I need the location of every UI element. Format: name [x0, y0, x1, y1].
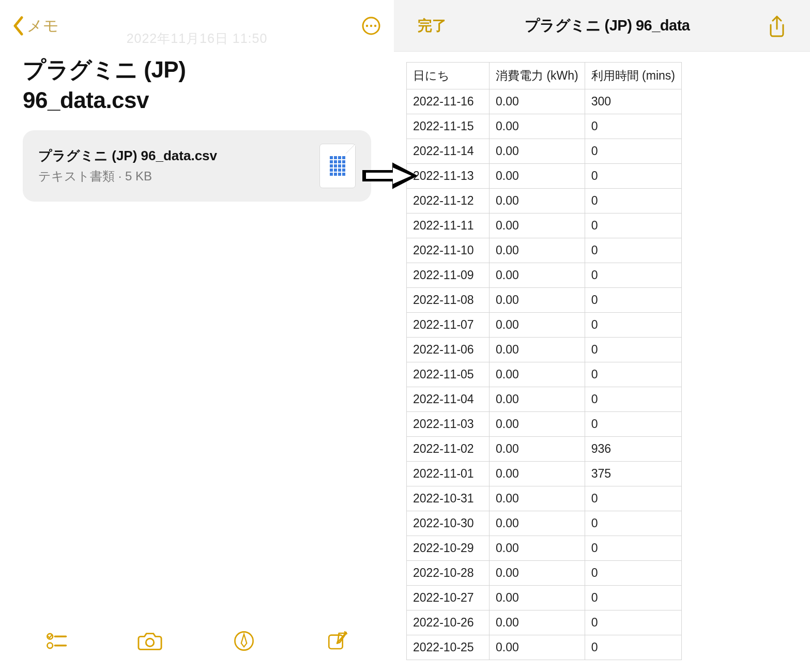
table-cell: 0: [585, 387, 681, 412]
compose-icon: [326, 630, 349, 652]
share-icon: [768, 16, 786, 38]
table-cell: 0: [585, 610, 681, 635]
table-cell: 2022-11-10: [407, 238, 490, 263]
table-cell: 936: [585, 437, 681, 462]
arrow-icon: [362, 160, 419, 191]
table-cell: 2022-11-13: [407, 164, 490, 189]
csv-file-icon: [319, 144, 356, 188]
table-cell: 0: [585, 362, 681, 387]
table-cell: 2022-10-28: [407, 561, 490, 586]
table-cell: 0.00: [490, 635, 585, 660]
done-button[interactable]: 完了: [418, 16, 447, 36]
csv-table-container[interactable]: 日にち 消費電力 (kWh) 利用時間 (mins) 2022-11-160.0…: [394, 52, 810, 660]
table-row: 2022-10-260.000: [407, 610, 682, 635]
table-cell: 2022-11-02: [407, 437, 490, 462]
table-cell: 0: [585, 635, 681, 660]
table-cell: 0: [585, 189, 681, 213]
table-row: 2022-11-050.000: [407, 362, 682, 387]
table-row: 2022-10-250.000: [407, 635, 682, 660]
table-cell: 0: [585, 412, 681, 437]
table-cell: 0.00: [490, 387, 585, 412]
csv-table: 日にち 消費電力 (kWh) 利用時間 (mins) 2022-11-160.0…: [406, 62, 682, 660]
camera-button[interactable]: [137, 628, 163, 654]
share-button[interactable]: [768, 16, 786, 36]
table-cell: 2022-11-03: [407, 412, 490, 437]
table-cell: 0.00: [490, 412, 585, 437]
table-cell: 2022-10-25: [407, 635, 490, 660]
table-cell: 2022-11-09: [407, 263, 490, 288]
viewer-title: プラグミニ (JP) 96_data: [525, 16, 690, 36]
table-cell: 0.00: [490, 586, 585, 610]
note-timestamp: 2022年11月16日 11:50: [0, 30, 394, 47]
table-row: 2022-10-270.000: [407, 586, 682, 610]
table-cell: 375: [585, 462, 681, 486]
table-cell: 2022-11-16: [407, 89, 490, 114]
table-cell: 2022-10-30: [407, 511, 490, 536]
table-cell: 0.00: [490, 338, 585, 362]
table-row: 2022-11-080.000: [407, 288, 682, 313]
csv-viewer: 完了 プラグミニ (JP) 96_data 日にち 消費電力 (kWh) 利用時…: [394, 0, 810, 672]
table-cell: 0.00: [490, 263, 585, 288]
table-row: 2022-11-140.000: [407, 139, 682, 164]
table-cell: 0.00: [490, 362, 585, 387]
table-cell: 2022-11-07: [407, 313, 490, 338]
table-cell: 0: [585, 263, 681, 288]
col-header-mins: 利用時間 (mins): [585, 63, 681, 89]
table-row: 2022-10-300.000: [407, 511, 682, 536]
checklist-button[interactable]: [43, 628, 69, 654]
table-cell: 0: [585, 164, 681, 189]
table-cell: 0.00: [490, 164, 585, 189]
table-cell: 0.00: [490, 610, 585, 635]
markup-pen-icon: [233, 630, 255, 652]
table-cell: 2022-11-04: [407, 387, 490, 412]
table-cell: 0.00: [490, 288, 585, 313]
note-title[interactable]: プラグミニ (JP) 96_data.csv: [0, 52, 394, 116]
table-cell: 0.00: [490, 511, 585, 536]
table-cell: 0: [585, 114, 681, 139]
table-cell: 0.00: [490, 139, 585, 164]
notes-app: メモ 2022年11月16日 11:50 プラグミニ (JP) 96_data.…: [0, 0, 394, 672]
table-cell: 2022-11-05: [407, 362, 490, 387]
table-cell: 2022-11-06: [407, 338, 490, 362]
note-title-line1: プラグミニ (JP): [23, 57, 186, 82]
attachment-card[interactable]: プラグミニ (JP) 96_data.csv テキスト書類 · 5 KB: [23, 130, 371, 202]
markup-button[interactable]: [231, 628, 257, 654]
table-header-row: 日にち 消費電力 (kWh) 利用時間 (mins): [407, 63, 682, 89]
svg-point-6: [47, 643, 53, 649]
svg-point-2: [370, 25, 372, 27]
table-row: 2022-11-060.000: [407, 338, 682, 362]
table-cell: 2022-10-26: [407, 610, 490, 635]
table-cell: 0: [585, 139, 681, 164]
notes-bottombar: [0, 610, 394, 672]
svg-point-3: [374, 25, 376, 27]
table-row: 2022-10-310.000: [407, 486, 682, 511]
table-cell: 0.00: [490, 462, 585, 486]
table-row: 2022-11-120.000: [407, 189, 682, 213]
table-grid-icon: [330, 156, 345, 176]
table-cell: 0: [585, 213, 681, 238]
table-row: 2022-11-020.00936: [407, 437, 682, 462]
table-cell: 0.00: [490, 114, 585, 139]
table-cell: 0: [585, 486, 681, 511]
table-cell: 0.00: [490, 437, 585, 462]
table-cell: 2022-11-14: [407, 139, 490, 164]
table-row: 2022-11-090.000: [407, 263, 682, 288]
table-cell: 0: [585, 511, 681, 536]
table-cell: 2022-11-08: [407, 288, 490, 313]
table-cell: 0: [585, 313, 681, 338]
table-row: 2022-11-040.000: [407, 387, 682, 412]
checklist-icon: [45, 630, 68, 652]
table-row: 2022-11-030.000: [407, 412, 682, 437]
compose-button[interactable]: [325, 628, 350, 654]
table-cell: 2022-10-27: [407, 586, 490, 610]
table-cell: 0: [585, 288, 681, 313]
table-row: 2022-11-100.000: [407, 238, 682, 263]
viewer-topbar: 完了 プラグミニ (JP) 96_data: [394, 0, 810, 52]
table-cell: 2022-11-15: [407, 114, 490, 139]
table-row: 2022-11-160.00300: [407, 89, 682, 114]
camera-icon: [137, 629, 162, 653]
table-row: 2022-11-150.000: [407, 114, 682, 139]
table-cell: 0.00: [490, 238, 585, 263]
table-cell: 0.00: [490, 486, 585, 511]
attachment-filename: プラグミニ (JP) 96_data.csv: [38, 147, 217, 165]
